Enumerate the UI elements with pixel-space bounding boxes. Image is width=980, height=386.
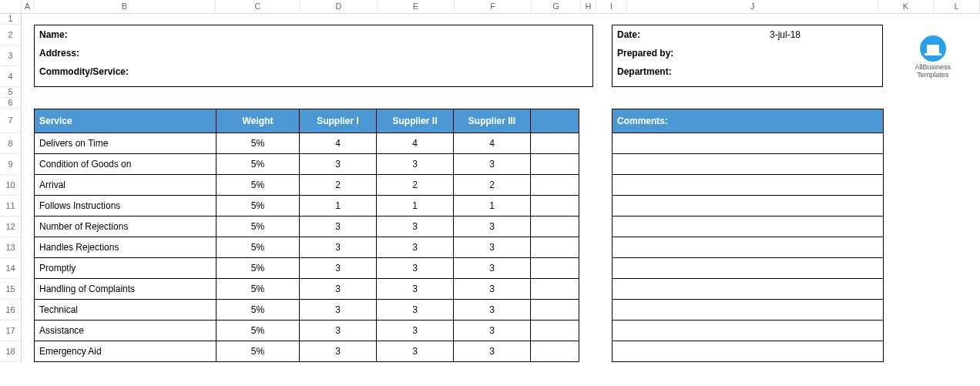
cell-s2[interactable]: 3 bbox=[377, 154, 454, 175]
cell-extra[interactable] bbox=[531, 258, 579, 279]
cell-comment[interactable] bbox=[612, 175, 884, 196]
col-header-a[interactable]: A bbox=[22, 0, 34, 13]
cell-weight[interactable]: 5% bbox=[216, 175, 300, 196]
table-row[interactable]: Follows Instructions5%111 bbox=[35, 196, 579, 216]
cell-weight[interactable]: 5% bbox=[216, 279, 300, 300]
cell-s1[interactable]: 3 bbox=[300, 321, 377, 341]
cell-s3[interactable]: 4 bbox=[454, 133, 531, 154]
cell-s3[interactable]: 3 bbox=[454, 154, 531, 175]
table-row[interactable]: Delivers on Time5%444 bbox=[35, 133, 579, 154]
cell-extra[interactable] bbox=[531, 341, 579, 362]
cell-service[interactable]: Delivers on Time bbox=[35, 133, 216, 154]
cell-service[interactable]: Assistance bbox=[35, 321, 216, 341]
cell-grid[interactable]: Name: Address: Commodity/Service: Date: … bbox=[22, 14, 980, 362]
cell-service[interactable]: Follows Instructions bbox=[35, 196, 216, 216]
cell-s2[interactable]: 3 bbox=[377, 279, 454, 300]
cell-s1[interactable]: 3 bbox=[300, 237, 377, 258]
cell-s2[interactable]: 3 bbox=[377, 321, 454, 341]
cell-service[interactable]: Technical bbox=[35, 300, 216, 321]
cell-s1[interactable]: 3 bbox=[300, 154, 377, 175]
table-row[interactable] bbox=[612, 279, 884, 300]
cell-weight[interactable]: 5% bbox=[216, 300, 300, 321]
cell-comment[interactable] bbox=[612, 216, 884, 237]
row-header-4[interactable]: 4 bbox=[0, 66, 22, 87]
cell-s2[interactable]: 3 bbox=[377, 216, 454, 237]
cell-s1[interactable]: 1 bbox=[300, 196, 377, 216]
row-header-18[interactable]: 18 bbox=[0, 341, 22, 362]
cell-s3[interactable]: 3 bbox=[454, 279, 531, 300]
table-row[interactable]: Number of Rejections5%333 bbox=[35, 216, 579, 237]
row-header-3[interactable]: 3 bbox=[0, 45, 22, 66]
col-header-h[interactable]: H bbox=[581, 0, 596, 13]
cell-weight[interactable]: 5% bbox=[216, 154, 300, 175]
table-row[interactable]: Arrival5%222 bbox=[35, 175, 579, 196]
cell-s2[interactable]: 3 bbox=[377, 237, 454, 258]
table-row[interactable] bbox=[612, 133, 884, 154]
cell-s2[interactable]: 3 bbox=[377, 300, 454, 321]
table-row[interactable]: Handles Rejections5%333 bbox=[35, 237, 579, 258]
cell-service[interactable]: Number of Rejections bbox=[35, 216, 216, 237]
cell-weight[interactable]: 5% bbox=[216, 196, 300, 216]
cell-service[interactable]: Handles Rejections bbox=[35, 237, 216, 258]
cell-s1[interactable]: 3 bbox=[300, 279, 377, 300]
table-row[interactable]: Handling of Complaints5%333 bbox=[35, 279, 579, 300]
cell-s1[interactable]: 3 bbox=[300, 216, 377, 237]
cell-extra[interactable] bbox=[531, 321, 579, 341]
row-header-16[interactable]: 16 bbox=[0, 300, 22, 321]
row-header-6[interactable]: 6 bbox=[0, 98, 22, 109]
th-service[interactable]: Service bbox=[35, 109, 216, 133]
cell-s3[interactable]: 3 bbox=[454, 216, 531, 237]
cell-comment[interactable] bbox=[612, 279, 884, 300]
cell-comment[interactable] bbox=[612, 300, 884, 321]
cell-extra[interactable] bbox=[531, 237, 579, 258]
col-header-k[interactable]: K bbox=[878, 0, 934, 13]
cell-service[interactable]: Emergency Aid bbox=[35, 341, 216, 362]
cell-service[interactable]: Promptly bbox=[35, 258, 216, 279]
cell-comment[interactable] bbox=[612, 154, 884, 175]
cell-s3[interactable]: 2 bbox=[454, 175, 531, 196]
table-row[interactable] bbox=[612, 321, 884, 341]
row-header-17[interactable]: 17 bbox=[0, 321, 22, 341]
logo-allbusiness[interactable]: AllBusiness Templates bbox=[915, 35, 951, 79]
cell-extra[interactable] bbox=[531, 154, 579, 175]
cell-weight[interactable]: 5% bbox=[216, 237, 300, 258]
cell-s2[interactable]: 4 bbox=[377, 133, 454, 154]
th-supplier3[interactable]: Supplier III bbox=[454, 109, 531, 133]
table-row[interactable] bbox=[612, 175, 884, 196]
col-header-e[interactable]: E bbox=[378, 0, 455, 13]
row-header-2[interactable]: 2 bbox=[0, 25, 22, 45]
cell-weight[interactable]: 5% bbox=[216, 321, 300, 341]
cell-s1[interactable]: 3 bbox=[300, 300, 377, 321]
cell-extra[interactable] bbox=[531, 196, 579, 216]
th-extra[interactable] bbox=[531, 109, 579, 133]
cell-s3[interactable]: 3 bbox=[454, 258, 531, 279]
col-header-b[interactable]: B bbox=[34, 0, 216, 13]
row-header-5[interactable]: 5 bbox=[0, 87, 22, 98]
cell-s2[interactable]: 3 bbox=[377, 258, 454, 279]
table-row[interactable]: Technical5%333 bbox=[35, 300, 579, 321]
col-header-j[interactable]: J bbox=[627, 0, 878, 13]
col-header-i[interactable]: I bbox=[596, 0, 627, 13]
cell-extra[interactable] bbox=[531, 279, 579, 300]
row-header-1[interactable]: 1 bbox=[0, 14, 22, 25]
cell-comment[interactable] bbox=[612, 258, 884, 279]
table-row[interactable]: Emergency Aid5%333 bbox=[35, 341, 579, 362]
cell-extra[interactable] bbox=[531, 133, 579, 154]
cell-s3[interactable]: 3 bbox=[454, 237, 531, 258]
row-header-8[interactable]: 8 bbox=[0, 133, 22, 154]
table-row[interactable] bbox=[612, 300, 884, 321]
th-comments[interactable]: Comments: bbox=[612, 109, 884, 133]
cell-comment[interactable] bbox=[612, 237, 884, 258]
cell-extra[interactable] bbox=[531, 300, 579, 321]
cell-weight[interactable]: 5% bbox=[216, 341, 300, 362]
col-header-d[interactable]: D bbox=[300, 0, 378, 13]
table-row[interactable]: Condition of Goods on5%333 bbox=[35, 154, 579, 175]
cell-weight[interactable]: 5% bbox=[216, 216, 300, 237]
corner-cell[interactable] bbox=[0, 0, 22, 13]
col-header-g[interactable]: G bbox=[532, 0, 581, 13]
col-header-l[interactable]: L bbox=[934, 0, 980, 13]
cell-s3[interactable]: 3 bbox=[454, 341, 531, 362]
cell-s1[interactable]: 4 bbox=[300, 133, 377, 154]
cell-s1[interactable]: 2 bbox=[300, 175, 377, 196]
row-header-11[interactable]: 11 bbox=[0, 196, 22, 216]
